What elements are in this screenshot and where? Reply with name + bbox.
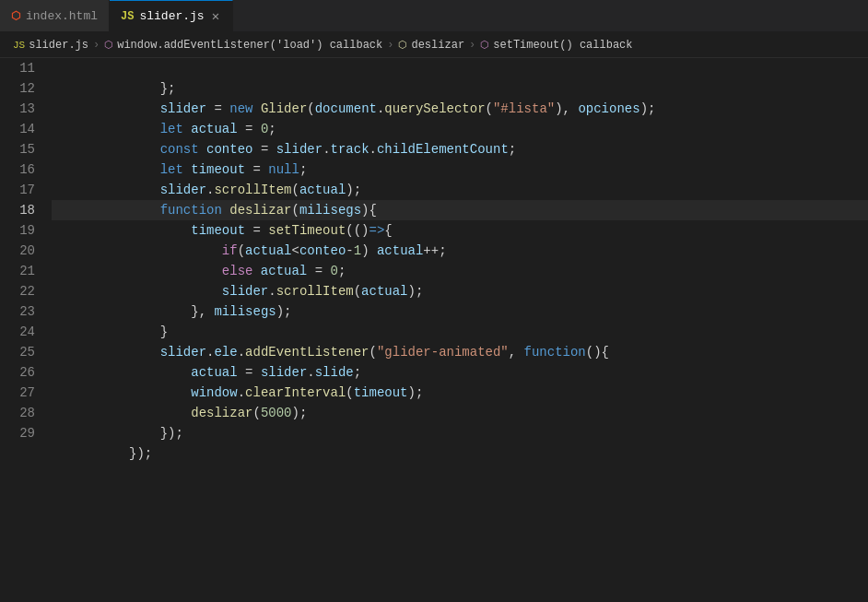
kw-let15: let (160, 162, 192, 177)
spaces-21 (98, 284, 221, 299)
line-num-22: 22 (0, 281, 35, 301)
p24c: ( (369, 345, 377, 360)
kw-new: new (229, 101, 261, 116)
punc-11: }; (98, 81, 175, 96)
op-lt19: < (291, 243, 299, 258)
line-num-19: 19 (0, 220, 35, 241)
var-slider21: slider (222, 284, 268, 299)
var-milisegs17: milisegs (299, 203, 361, 218)
line-numbers: 11 12 13 14 15 16 17 18 19 20 21 22 23 2… (0, 58, 44, 602)
var-timeout26: timeout (354, 385, 408, 400)
p18b: { (384, 223, 392, 238)
p28: }); (160, 426, 183, 441)
breadcrumb-cb-1: window.addEventListener('load') callback (117, 39, 382, 52)
prop-ele: ele (214, 345, 237, 360)
var-slider: slider (160, 101, 206, 116)
var-actual20: actual (261, 264, 307, 278)
spaces-22 (98, 304, 191, 319)
kw-const14: const (160, 142, 206, 157)
op-25: = (238, 365, 261, 380)
line-num-29: 29 (0, 423, 35, 443)
breadcrumb-cb-icon-1: ⬡ (104, 39, 113, 51)
var-opciones: opciones (578, 101, 639, 116)
prop-slide: slide (315, 365, 354, 380)
spaces-14 (98, 142, 159, 157)
line-num-17: 17 (0, 180, 35, 200)
fn-glider: Glider (261, 101, 307, 116)
spaces-13 (98, 122, 159, 136)
tab-index-html[interactable]: ⬡ index.html (0, 0, 110, 31)
op-20: = (307, 264, 330, 278)
line-num-27: 27 (0, 383, 35, 403)
spaces-20 (98, 264, 221, 278)
code-lines: }; slider = new Glider(document.querySel… (44, 58, 868, 602)
p29: }); (129, 446, 152, 461)
p25a: . (307, 365, 314, 380)
breadcrumb-sep-1: › (93, 39, 100, 52)
fn-deslizar27: deslizar (191, 406, 252, 420)
spaces-28 (98, 426, 159, 441)
line-num-20: 20 (0, 241, 35, 261)
p25b: ; (354, 365, 361, 380)
p22a: }, (191, 304, 214, 319)
breadcrumb-cb-icon-2: ⬡ (480, 39, 489, 51)
tab-close-button[interactable]: ✕ (210, 10, 221, 23)
spaces-25 (98, 365, 191, 380)
code-line-24: slider.ele.addEventListener("glider-anim… (52, 322, 868, 342)
html-icon: ⬡ (11, 9, 20, 23)
p16b: ( (291, 183, 299, 197)
prop-cec: childElementCount (377, 142, 509, 157)
line-num-18: 18 (0, 200, 35, 220)
str-lista: "#lista" (493, 101, 555, 116)
kw-else20: else (222, 264, 261, 278)
num-1a: 1 (354, 243, 361, 258)
kw-if19: if (222, 243, 238, 258)
m-scrollitem21: scrollItem (276, 284, 354, 299)
tab-label-slider: slider.js (139, 9, 204, 23)
p20: ; (338, 264, 346, 278)
var-slider25: slider (261, 365, 307, 380)
breadcrumb-fn-icon: ⬡ (398, 39, 407, 51)
line-num-12: 12 (0, 78, 35, 99)
fn-settimeout: setTimeout (268, 223, 346, 238)
kw-fn24: function (524, 345, 586, 360)
line-num-21: 21 (0, 261, 35, 281)
p24d: , (509, 345, 524, 360)
code-editor: 11 12 13 14 15 16 17 18 19 20 21 22 23 2… (0, 58, 868, 602)
kw-fn17: function (160, 203, 230, 218)
p19a: ( (238, 243, 245, 258)
p21b: ( (354, 284, 361, 299)
p27a: ( (252, 406, 260, 420)
line-num-15: 15 (0, 139, 35, 159)
var-slider24: slider (160, 345, 206, 360)
p16c: ); (346, 183, 361, 197)
op-12: = (206, 101, 229, 116)
kw-let13: let (160, 122, 192, 136)
p13: ; (268, 122, 276, 136)
m-qs: querySelector (384, 101, 485, 116)
var-milisegs22: milisegs (214, 304, 276, 319)
breadcrumb-js-icon: JS (13, 40, 25, 51)
var-actual: actual (191, 122, 237, 136)
p22b: ); (276, 304, 292, 319)
num-0b: 0 (331, 264, 338, 278)
var-window26: window (191, 385, 237, 400)
p26c: ); (408, 385, 424, 400)
spaces-15 (98, 162, 159, 177)
op-minus19: - (346, 243, 353, 258)
tab-slider-js[interactable]: JS slider.js ✕ (110, 0, 233, 31)
spaces-24 (98, 345, 159, 360)
breadcrumb-sep-2: › (387, 39, 393, 52)
p15: ; (299, 162, 307, 177)
op-14: = (252, 142, 276, 157)
spaces-19 (98, 243, 221, 258)
spaces-26 (98, 385, 191, 400)
spaces-17 (98, 203, 159, 218)
tab-bar: ⬡ index.html JS slider.js ✕ (0, 0, 868, 32)
var-timeout: timeout (191, 162, 245, 177)
js-icon: JS (121, 10, 134, 23)
spaces-29 (98, 446, 129, 461)
p14c: ; (509, 142, 516, 157)
p26b: ( (346, 385, 353, 400)
var-actual19: actual (245, 243, 291, 258)
